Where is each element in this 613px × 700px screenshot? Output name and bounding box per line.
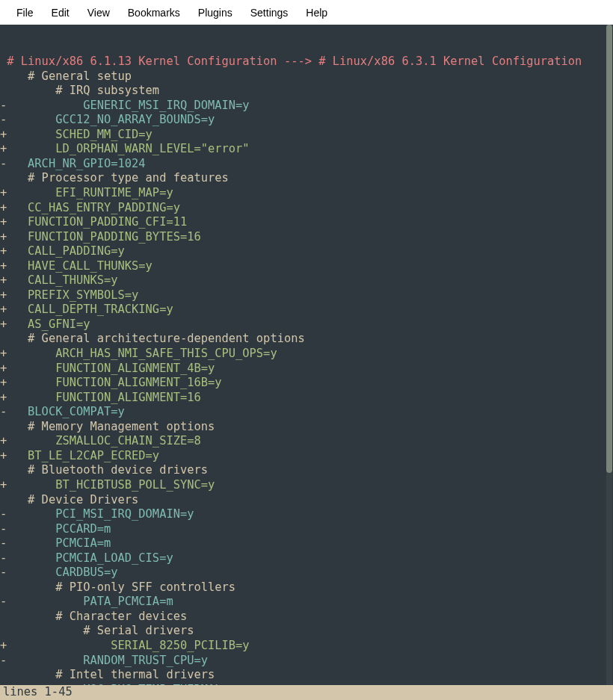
- diff-line: + HAVE_CALL_THUNKS=y: [0, 259, 613, 274]
- diff-line: # General setup: [0, 69, 613, 84]
- diff-line: + EFI_RUNTIME_MAP=y: [0, 186, 613, 201]
- diff-line: + CALL_THUNKS=y: [0, 273, 613, 288]
- diff-line: + PREFIX_SYMBOLS=y: [0, 288, 613, 303]
- diff-line: - PCMCIA=m: [0, 536, 613, 551]
- diff-line: + FUNCTION_PADDING_CFI=11: [0, 215, 613, 230]
- diff-line: + FUNCTION_ALIGNMENT=16: [0, 391, 613, 406]
- diff-line: + SERIAL_8250_PCILIB=y: [0, 639, 613, 654]
- diff-line: # Intel thermal drivers: [0, 668, 613, 683]
- diff-line: - PCCARD=m: [0, 522, 613, 537]
- diff-line: + CALL_PADDING=y: [0, 244, 613, 259]
- diff-line: - RANDOM_TRUST_CPU=y: [0, 654, 613, 669]
- menu-help[interactable]: Help: [297, 2, 336, 23]
- diff-line: # IRQ subsystem: [0, 84, 613, 99]
- menu-view[interactable]: View: [78, 2, 119, 23]
- diff-line: - ARCH_NR_GPIO=1024: [0, 157, 613, 172]
- diff-line: + SCHED_MM_CID=y: [0, 128, 613, 143]
- menu-edit[interactable]: Edit: [43, 2, 78, 23]
- diff-line: + FUNCTION_ALIGNMENT_16B=y: [0, 376, 613, 391]
- diff-line: # Bluetooth device drivers: [0, 463, 613, 478]
- diff-line: + FUNCTION_PADDING_BYTES=16: [0, 230, 613, 245]
- diff-line: - PATA_PCMCIA=m: [0, 595, 613, 610]
- diff-line: - PCMCIA_LOAD_CIS=y: [0, 551, 613, 566]
- menu-plugins[interactable]: Plugins: [189, 2, 241, 23]
- scrollbar[interactable]: [606, 25, 612, 700]
- diff-line: + BT_LE_L2CAP_ECRED=y: [0, 449, 613, 464]
- diff-line: # PIO-only SFF controllers: [0, 580, 613, 595]
- diff-line: - GENERIC_MSI_IRQ_DOMAIN=y: [0, 99, 613, 114]
- diff-line: + CC_HAS_ENTRY_PADDING=y: [0, 201, 613, 216]
- diff-line: + ARCH_HAS_NMI_SAFE_THIS_CPU_OPS=y: [0, 347, 613, 362]
- diff-line: # Processor type and features: [0, 171, 613, 186]
- status-bar: lines 1-45: [0, 685, 613, 700]
- diff-line: - PCI_MSI_IRQ_DOMAIN=y: [0, 507, 613, 522]
- menu-settings[interactable]: Settings: [241, 2, 298, 23]
- diff-line: # Linux/x86 6.1.13 Kernel Configuration …: [0, 55, 613, 69]
- status-text: lines 1-45: [3, 685, 73, 700]
- menu-file[interactable]: File: [7, 2, 43, 23]
- menubar: File Edit View Bookmarks Plugins Setting…: [0, 0, 613, 25]
- diff-line: - BLOCK_COMPAT=y: [0, 405, 613, 420]
- diff-line: # Serial drivers: [0, 624, 613, 639]
- diff-line: + CALL_DEPTH_TRACKING=y: [0, 303, 613, 318]
- diff-line: - CARDBUS=y: [0, 566, 613, 580]
- diff-line: - GCC12_NO_ARRAY_BOUNDS=y: [0, 113, 613, 128]
- diff-line: # Character devices: [0, 610, 613, 625]
- diff-content[interactable]: # Linux/x86 6.1.13 Kernel Configuration …: [0, 25, 613, 700]
- scroll-thumb[interactable]: [606, 25, 612, 473]
- diff-line: + LD_ORPHAN_WARN_LEVEL="error": [0, 142, 613, 157]
- diff-line: + BT_HCIBTUSB_POLL_SYNC=y: [0, 478, 613, 493]
- diff-line: + ZSMALLOC_CHAIN_SIZE=8: [0, 434, 613, 449]
- menu-bookmarks[interactable]: Bookmarks: [119, 2, 189, 23]
- diff-line: + FUNCTION_ALIGNMENT_4B=y: [0, 362, 613, 377]
- diff-line: # Memory Management options: [0, 420, 613, 435]
- diff-line: + AS_GFNI=y: [0, 318, 613, 332]
- diff-line: # Device Drivers: [0, 493, 613, 508]
- diff-line: # General architecture-dependent options: [0, 332, 613, 347]
